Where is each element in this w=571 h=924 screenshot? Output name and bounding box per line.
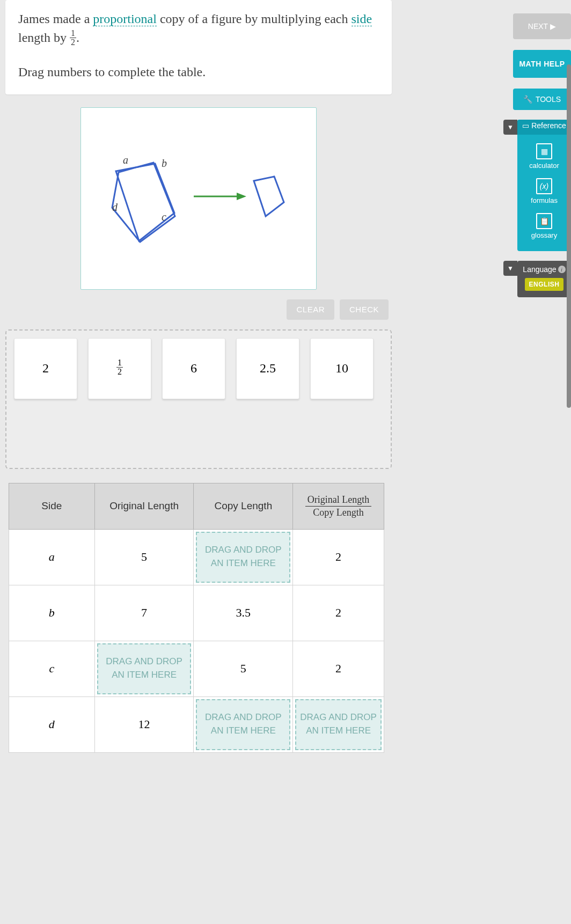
reference-panel: ▼ ▭ Reference ▦ calculator (x) formulas … xyxy=(517,120,571,251)
header-ratio: Original Length Copy Length xyxy=(293,483,384,529)
tile-10[interactable]: 10 xyxy=(310,338,374,399)
numerator: 1 xyxy=(70,29,76,38)
tile-2[interactable]: 2 xyxy=(14,338,77,399)
scrollbar[interactable] xyxy=(567,0,571,924)
next-label: NEXT xyxy=(528,22,548,31)
answer-table: Side Original Length Copy Length Origina… xyxy=(9,483,384,753)
cell-copy-a: DRAG AND DROPAN ITEM HERE xyxy=(194,529,293,585)
wrench-icon: 🔧 xyxy=(523,95,532,104)
cell-copy-b: 3.5 xyxy=(194,585,293,641)
label-b: b xyxy=(162,157,167,170)
tile-half[interactable]: 12 xyxy=(88,338,151,399)
cell-side-a: a xyxy=(9,529,95,585)
reference-collapse-tab[interactable]: ▼ xyxy=(503,120,517,135)
cell-side-b: b xyxy=(9,585,95,641)
tile-6[interactable]: 6 xyxy=(162,338,225,399)
fraction-one-half: 12 xyxy=(70,29,76,47)
table-row: b 7 3.5 2 xyxy=(9,585,384,641)
text: James made a xyxy=(18,12,93,26)
big-quad xyxy=(116,164,174,241)
book-icon: ▭ xyxy=(522,121,529,130)
arrow-head xyxy=(237,193,246,200)
header-copy: Copy Length xyxy=(194,483,293,529)
ratio-num: Original Length xyxy=(305,494,371,507)
drop-zone[interactable]: DRAG AND DROPAN ITEM HERE xyxy=(196,699,290,750)
cell-ratio-c: 2 xyxy=(293,641,384,696)
formulas-icon: (x) xyxy=(536,178,552,194)
label-a: a xyxy=(123,154,128,166)
table-row: c DRAG AND DROPAN ITEM HERE 5 2 xyxy=(9,641,384,696)
clear-button[interactable]: CLEAR xyxy=(287,299,334,320)
calculator-label: calculator xyxy=(529,162,559,170)
calculator-icon: ▦ xyxy=(536,143,552,159)
cell-orig-b: 7 xyxy=(94,585,194,641)
language-title-label: Language xyxy=(523,265,556,274)
drop-zone[interactable]: DRAG AND DROPAN ITEM HERE xyxy=(295,699,382,750)
check-button[interactable]: CHECK xyxy=(340,299,389,320)
action-row: CLEAR CHECK xyxy=(5,290,392,320)
calculator-link[interactable]: ▦ calculator xyxy=(517,139,571,174)
fraction-one-half-tile: 12 xyxy=(116,358,123,376)
figure-svg-2 xyxy=(81,108,317,290)
cell-orig-d: 12 xyxy=(94,696,194,752)
formulas-link[interactable]: (x) formulas xyxy=(517,174,571,209)
text: length by xyxy=(18,31,70,45)
tile-2point5[interactable]: 2.5 xyxy=(236,338,299,399)
language-collapse-tab[interactable]: ▼ xyxy=(503,261,517,276)
label-d: d xyxy=(112,201,118,214)
info-icon[interactable]: i xyxy=(558,266,566,273)
question-line-2: Drag numbers to complete the table. xyxy=(18,63,379,82)
den: 2 xyxy=(116,368,123,376)
ratio-den: Copy Length xyxy=(296,507,380,518)
table-row: d 12 DRAG AND DROPAN ITEM HERE DRAG AND … xyxy=(9,696,384,752)
question-line-1: James made a proportional copy of a figu… xyxy=(18,10,379,48)
reference-title-label: Reference xyxy=(531,121,566,130)
num: 1 xyxy=(116,358,123,368)
small-quad xyxy=(254,177,284,216)
language-title: Language i xyxy=(523,265,565,278)
cell-copy-d: DRAG AND DROPAN ITEM HERE xyxy=(194,696,293,752)
table-row: a 5 DRAG AND DROPAN ITEM HERE 2 xyxy=(9,529,384,585)
drop-zone[interactable]: DRAG AND DROPAN ITEM HERE xyxy=(97,643,192,694)
cell-orig-c: DRAG AND DROPAN ITEM HERE xyxy=(94,641,194,696)
main-column: James made a proportional copy of a figu… xyxy=(5,0,392,753)
next-button[interactable]: NEXT ▶ xyxy=(513,13,571,39)
denominator: 2 xyxy=(70,38,76,47)
scrollbar-thumb[interactable] xyxy=(567,64,571,408)
figure-box: a b c d xyxy=(80,107,317,290)
glossary-icon: 📋 xyxy=(536,213,552,229)
header-side: Side xyxy=(9,483,95,529)
play-icon: ▶ xyxy=(550,22,556,31)
cell-ratio-a: 2 xyxy=(293,529,384,585)
cell-ratio-b: 2 xyxy=(293,585,384,641)
cell-ratio-d: DRAG AND DROPAN ITEM HERE xyxy=(293,696,384,752)
language-panel: ▼ Language i ENGLISH xyxy=(517,261,571,297)
glossary-link[interactable]: 📋 glossary xyxy=(517,209,571,244)
cell-copy-c: 5 xyxy=(194,641,293,696)
vocab-side[interactable]: side xyxy=(352,12,372,26)
cell-side-d: d xyxy=(9,696,95,752)
language-english-chip[interactable]: ENGLISH xyxy=(525,278,564,291)
text: . xyxy=(76,31,79,45)
tools-button[interactable]: 🔧 TOOLS xyxy=(513,89,571,110)
question-box: James made a proportional copy of a figu… xyxy=(5,0,392,94)
glossary-label: glossary xyxy=(531,231,557,239)
header-original: Original Length xyxy=(94,483,194,529)
tools-label: TOOLS xyxy=(536,95,561,104)
text: copy of a figure by multiplying each xyxy=(157,12,352,26)
table-header-row: Side Original Length Copy Length Origina… xyxy=(9,483,384,529)
drag-pool[interactable]: 2 12 6 2.5 10 xyxy=(5,329,392,469)
vocab-proportional[interactable]: proportional xyxy=(93,12,157,26)
drop-zone[interactable]: DRAG AND DROPAN ITEM HERE xyxy=(196,532,290,583)
label-c: c xyxy=(162,211,166,223)
formulas-label: formulas xyxy=(531,196,558,204)
math-help-button[interactable]: MATH HELP xyxy=(513,50,571,78)
cell-orig-a: 5 xyxy=(94,529,194,585)
side-panel: NEXT ▶ MATH HELP 🔧 TOOLS ▼ ▭ Reference ▦… xyxy=(513,0,571,297)
cell-side-c: c xyxy=(9,641,95,696)
reference-title: ▭ Reference xyxy=(517,120,571,135)
